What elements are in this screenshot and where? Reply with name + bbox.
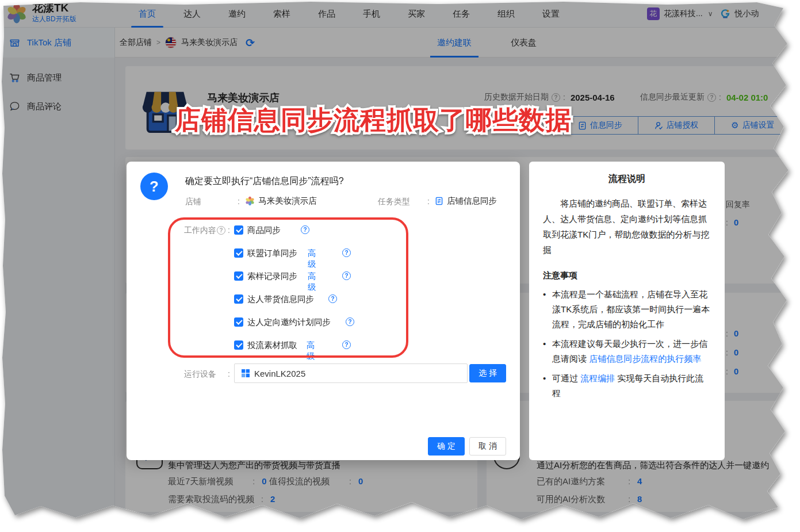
shop-field-value: 马来美妆演示店 bbox=[245, 196, 317, 206]
panel-title: 流程说明 bbox=[543, 173, 711, 185]
windows-icon bbox=[242, 369, 250, 377]
dialog-title: 确定要立即执行“店铺信息同步”流程吗? bbox=[185, 175, 344, 187]
help-icon[interactable] bbox=[217, 226, 225, 235]
note-item: 本流程建议每天最少执行一次，进一步信息请阅读 店铺信息同步流程的执行频率 bbox=[543, 336, 711, 366]
help-icon[interactable] bbox=[342, 340, 351, 349]
help-icon[interactable] bbox=[301, 225, 309, 234]
advanced-link[interactable]: 高级 bbox=[308, 248, 316, 270]
notes-list: 本流程是一个基础流程，店铺在导入至花漾TK系统后，都应该第一时间执行一遍本流程，… bbox=[543, 287, 711, 401]
help-icon[interactable] bbox=[342, 248, 351, 257]
work-content-label: 工作内容 bbox=[184, 225, 216, 236]
torn-edge-frame: 花漾TK 达人BD开拓版 首页 达人 邀约 索样 作品 手机 买家 任务 组织 … bbox=[0, 0, 800, 532]
doc-sync-icon bbox=[435, 197, 443, 205]
device-input[interactable]: KevinLK2025 bbox=[234, 363, 468, 383]
help-icon[interactable] bbox=[342, 271, 351, 280]
checkbox-creator-sales-sync[interactable] bbox=[234, 294, 243, 304]
notes-heading: 注意事项 bbox=[543, 270, 711, 281]
question-circle-icon: ? bbox=[140, 173, 168, 200]
select-device-button[interactable]: 选 择 bbox=[469, 364, 506, 382]
shop-field-label: 店铺 bbox=[185, 197, 201, 207]
task-type-label: 任务类型 bbox=[378, 197, 410, 207]
sync-frequency-link[interactable]: 店铺信息同步流程的执行频率 bbox=[589, 354, 701, 363]
screenshot-wrapper: 花漾TK 达人BD开拓版 首页 达人 邀约 索样 作品 手机 买家 任务 组织 … bbox=[0, 0, 800, 532]
note-item: 可通过 流程编排 实现每天自动执行此流程 bbox=[543, 371, 711, 401]
checkbox-sample-record-sync[interactable] bbox=[234, 271, 243, 281]
checkbox-product-sync[interactable] bbox=[234, 225, 243, 235]
workflow-orchestration-link[interactable]: 流程编排 bbox=[580, 373, 615, 383]
panel-intro: 将店铺的邀约商品、联盟订单、索样达人、达人带货信息、定向邀约计划等信息抓取到花漾… bbox=[543, 196, 711, 258]
device-input-value: KevinLK2025 bbox=[254, 369, 305, 378]
sync-confirm-dialog: ? 确定要立即执行“店铺信息同步”流程吗? 店铺 : 马来美妆演示店 任务类型 … bbox=[127, 162, 520, 460]
cancel-button[interactable]: 取 消 bbox=[469, 437, 506, 456]
help-icon[interactable] bbox=[328, 294, 337, 303]
task-type-value: 店铺信息同步 bbox=[435, 196, 497, 206]
checkbox-ad-material-fetch[interactable] bbox=[234, 340, 243, 350]
checkbox-alliance-order-sync[interactable] bbox=[234, 248, 243, 258]
run-device-label: 运行设备 bbox=[184, 369, 216, 380]
help-icon[interactable] bbox=[346, 317, 354, 326]
note-item: 本流程是一个基础流程，店铺在导入至花漾TK系统后，都应该第一时间执行一遍本流程，… bbox=[543, 287, 711, 332]
process-description-panel: 流程说明 将店铺的邀约商品、联盟订单、索样达人、达人带货信息、定向邀约计划等信息… bbox=[529, 162, 725, 460]
advanced-link[interactable]: 高级 bbox=[307, 340, 315, 362]
flower-shop-icon bbox=[245, 196, 255, 206]
advanced-link[interactable]: 高级 bbox=[308, 271, 316, 293]
confirm-button[interactable]: 确 定 bbox=[428, 437, 465, 456]
checkbox-targeted-invite-plan-sync[interactable] bbox=[234, 317, 243, 327]
